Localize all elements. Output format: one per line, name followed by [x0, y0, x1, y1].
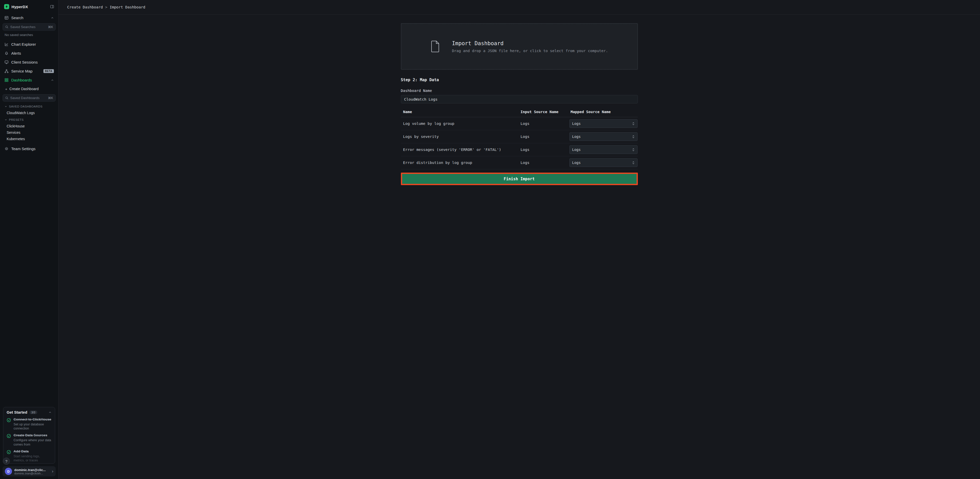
presets-section-header[interactable]: PRESETS [2, 117, 56, 123]
sidebar-item-service-map[interactable]: Service Map BETA [2, 67, 56, 75]
user-name: dominic.tran@clic... [14, 468, 46, 472]
mapped-source-select[interactable]: Logs [570, 119, 638, 128]
step-subtitle: Start sending logs, metrics, or traces [14, 454, 52, 463]
shortcut-badge: ⌘K [48, 96, 53, 100]
step-subtitle: Configure where your data comes from [14, 438, 52, 447]
json-dropzone[interactable]: Import Dashboard Drag and drop a JSON fi… [401, 23, 638, 70]
sidebar-item-team-settings[interactable]: Team Settings [2, 145, 56, 153]
sidebar-item-chart-explorer-label: Chart Explorer [11, 42, 36, 46]
sidebar-item-service-map-label: Service Map [11, 69, 32, 73]
step-title: Add Data [14, 449, 52, 454]
step-title: Create Data Sources [14, 433, 52, 438]
step-subtitle: Set up your database connection [14, 422, 52, 431]
get-started-title: Get Started [6, 410, 27, 414]
row-input-source: Logs [519, 161, 568, 165]
sidebar-spacer [0, 153, 58, 404]
finish-import-button[interactable]: Finish Import [402, 174, 636, 184]
sidebar-item-kubernetes[interactable]: Kubernetes [2, 135, 56, 142]
logo-row: HyperDX [0, 0, 58, 13]
col-header-name: Name [401, 110, 519, 114]
get-started-progress-badge: 3/3 [29, 411, 37, 414]
row-input-source: Logs [519, 148, 568, 152]
sidebar-item-dashboards-label: Dashboards [11, 78, 32, 82]
sidebar-item-search[interactable]: Search [2, 14, 56, 22]
chevron-right-icon: › [52, 469, 53, 474]
saved-dashboards-input[interactable] [10, 96, 46, 100]
sidebar: HyperDX Search ⌘K No saved searches [0, 0, 59, 479]
selected-value: Logs [572, 135, 581, 138]
saved-searches-search[interactable]: ⌘K [3, 23, 56, 31]
chevron-down-icon [5, 118, 7, 121]
get-started-card: Get Started 3/3 Connect to ClickHouse Se… [3, 407, 55, 464]
avatar: D [5, 468, 12, 475]
sidebar-item-client-sessions[interactable]: Client Sessions [2, 58, 56, 66]
create-dashboard-button[interactable]: + Create Dashboard [2, 85, 56, 93]
breadcrumb-create-dashboard[interactable]: Create Dashboard [67, 5, 103, 9]
selected-value: Logs [572, 121, 581, 126]
select-chevrons-icon [632, 122, 635, 126]
search-section-icon [4, 16, 9, 20]
beta-badge: BETA [43, 69, 54, 73]
mapped-source-select[interactable]: Logs [570, 158, 638, 167]
main-area: Create Dashboard > Import Dashboard Impo… [59, 0, 980, 479]
shortcut-badge: ⌘K [48, 25, 53, 29]
check-circle-icon [6, 418, 11, 430]
get-started-step-connect[interactable]: Connect to ClickHouse Set up your databa… [6, 417, 52, 430]
chevron-down-icon [5, 105, 7, 108]
sidebar-item-clickhouse[interactable]: ClickHouse [2, 123, 56, 129]
help-button[interactable]: ? [3, 458, 10, 465]
row-name: Error messages (severity 'ERROR' or 'FAT… [401, 148, 519, 152]
sidebar-item-services[interactable]: Services [2, 129, 56, 135]
dropzone-subtitle: Drag and drop a JSON file here, or click… [452, 49, 608, 53]
chevron-up-icon [51, 79, 54, 82]
service-map-icon [4, 69, 9, 73]
saved-searches-input[interactable] [10, 25, 46, 29]
saved-dashboards-header-label: SAVED DASHBOARDS [9, 105, 42, 108]
check-circle-icon [6, 434, 11, 446]
get-started-step-sources[interactable]: Create Data Sources Configure where your… [6, 433, 52, 446]
sidebar-item-cloudwatch-logs[interactable]: CloudWatch Logs [2, 110, 56, 116]
user-menu[interactable]: D dominic.tran@clic... dominic.tran@clic… [3, 466, 56, 476]
create-dashboard-label: Create Dashboard [10, 87, 38, 91]
col-header-input-source: Input Source Name [519, 110, 568, 114]
gear-icon [4, 146, 9, 151]
row-name: Log volume by log group [401, 121, 519, 126]
get-started-step-add-data[interactable]: Add Data Start sending logs, metrics, or… [6, 449, 52, 462]
select-chevrons-icon [632, 148, 635, 152]
plus-icon: + [5, 87, 7, 91]
sidebar-item-chart-explorer[interactable]: Chart Explorer [2, 40, 56, 49]
mapped-source-select[interactable]: Logs [570, 132, 638, 141]
select-chevrons-icon [632, 161, 635, 165]
row-input-source: Logs [519, 121, 568, 126]
topbar: Create Dashboard > Import Dashboard [59, 0, 980, 14]
dashboard-name-input[interactable] [401, 95, 638, 103]
col-header-mapped-source: Mapped Source Name [568, 110, 638, 114]
table-row: Error messages (severity 'ERROR' or 'FAT… [401, 143, 638, 156]
row-name: Error distribution by log group [401, 161, 519, 165]
presets-header-label: PRESETS [9, 118, 24, 121]
sidebar-item-alerts-label: Alerts [11, 51, 21, 56]
user-email: dominic.tran@clickh... [14, 472, 46, 475]
breadcrumb-separator: > [105, 5, 108, 9]
mapped-source-select[interactable]: Logs [570, 145, 638, 154]
sidebar-item-alerts[interactable]: Alerts [2, 49, 56, 57]
table-header-row: Name Input Source Name Mapped Source Nam… [401, 108, 638, 117]
sidebar-collapse-icon[interactable] [50, 5, 54, 9]
hyperdx-logo-icon [4, 4, 9, 9]
select-chevrons-icon [632, 135, 635, 138]
sidebar-item-client-sessions-label: Client Sessions [11, 60, 38, 64]
chevron-up-icon [51, 16, 54, 19]
selected-value: Logs [572, 148, 581, 152]
saved-dashboards-search[interactable]: ⌘K [3, 94, 56, 102]
step-title: Connect to ClickHouse [14, 417, 52, 422]
get-started-header[interactable]: Get Started 3/3 [6, 410, 52, 414]
mapping-table: Name Input Source Name Mapped Source Nam… [401, 108, 638, 169]
sidebar-item-search-label: Search [11, 16, 24, 20]
sidebar-item-dashboards[interactable]: Dashboards [2, 76, 56, 84]
chart-icon [4, 42, 9, 46]
saved-dashboards-section-header[interactable]: SAVED DASHBOARDS [2, 103, 56, 110]
dashboards-grid-icon [4, 78, 9, 82]
row-input-source: Logs [519, 135, 568, 138]
no-saved-searches-note: No saved searches [5, 33, 54, 37]
search-icon [5, 96, 8, 100]
